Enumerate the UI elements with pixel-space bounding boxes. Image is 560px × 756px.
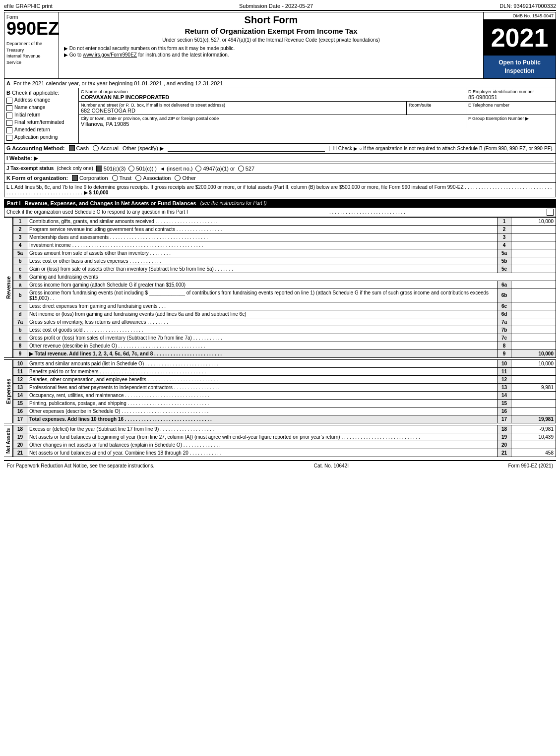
line-num: 11 — [13, 367, 27, 375]
initial-return-checkbox[interactable] — [6, 113, 12, 118]
col-num: 6a — [498, 281, 511, 289]
527-option[interactable]: 527 — [238, 166, 254, 172]
col-value: 10,000 — [511, 217, 556, 225]
cash-radio[interactable] — [69, 145, 75, 151]
col-value — [511, 441, 556, 449]
footer-right: Form 990-EZ (2021) — [508, 463, 553, 468]
omb-number: OMB No. 1545-0047 — [484, 12, 556, 20]
line-num: c — [13, 265, 27, 273]
4947a1-option[interactable]: 4947(a)(1) or — [195, 166, 235, 172]
501c-label: 501(c)( ) — [136, 166, 157, 172]
table-row: 8 Other revenue (describe in Schedule O)… — [13, 342, 556, 349]
expenses-side-label: Expenses — [4, 359, 13, 423]
accrual-radio-item[interactable]: Accrual — [93, 145, 119, 151]
line-num: 15 — [13, 399, 27, 407]
table-row: c Gross profit or (loss) from sales of i… — [13, 334, 556, 342]
dln-number: DLN: 93492147000332 — [499, 3, 556, 9]
4947a1-radio[interactable] — [195, 166, 201, 172]
accrual-label: Accrual — [100, 145, 119, 151]
other-org-radio[interactable] — [175, 175, 181, 181]
table-row: 4 Investment income . . . . . . . . . . … — [13, 241, 556, 249]
page-footer: For Paperwork Reduction Act Notice, see … — [4, 460, 556, 470]
instruction-2: ▶ Go to www.irs.gov/Form990EZ for instru… — [64, 52, 478, 58]
line-desc: Contributions, gifts, grants, and simila… — [27, 217, 498, 225]
association-radio[interactable] — [135, 175, 141, 181]
amended-return-item[interactable]: Amended return — [6, 127, 76, 133]
col-num: 7b — [498, 326, 511, 334]
501c3-checkbox[interactable] — [96, 166, 102, 172]
col-value: 9,981 — [511, 383, 556, 391]
table-row: b Gross income from fundraising events (… — [13, 289, 556, 302]
trust-option[interactable]: Trust — [112, 175, 132, 181]
trust-label: Trust — [120, 175, 132, 181]
phone-label: E Telephone number — [468, 103, 554, 108]
4947a1-label: 4947(a)(1) or — [203, 166, 235, 172]
final-return-checkbox[interactable] — [6, 120, 12, 126]
application-pending-checkbox[interactable] — [6, 135, 12, 141]
address-change-label: Address change — [14, 97, 50, 103]
year-box: 2021 — [484, 20, 556, 56]
name-change-checkbox[interactable] — [6, 105, 12, 111]
line-num: b — [13, 257, 27, 265]
tax-status-label: J Tax-exempt status — [6, 166, 54, 171]
501c3-option[interactable]: 501(c)(3) — [96, 166, 126, 172]
col-num: 8 — [498, 342, 511, 349]
col-num: 21 — [498, 449, 511, 457]
trust-radio[interactable] — [112, 175, 118, 181]
line-num: 7a — [13, 318, 27, 326]
line-num: 1 — [13, 217, 27, 225]
col-value: 10,000 — [511, 349, 556, 357]
application-pending-item[interactable]: Application pending — [6, 134, 76, 141]
table-row: 12 Salaries, other compensation, and emp… — [13, 375, 556, 383]
amended-return-checkbox[interactable] — [6, 127, 12, 133]
527-radio[interactable] — [238, 166, 244, 172]
group-exemption-label: F Group Exemption Number ▶ — [468, 116, 554, 121]
line-num: b — [13, 289, 27, 302]
col-value — [511, 265, 556, 273]
line-desc: Gross profit or (loss) from sales of inv… — [27, 334, 498, 342]
501c-radio[interactable] — [128, 166, 134, 172]
efile-label: efile GRAPHIC print — [4, 3, 53, 9]
association-option[interactable]: Association — [135, 175, 171, 181]
line-desc: Grants and similar amounts paid (list in… — [27, 359, 498, 367]
corporation-checkbox[interactable] — [72, 175, 78, 181]
department-info: Department of the Treasury Internal Reve… — [6, 41, 57, 65]
line-num: a — [13, 281, 27, 289]
table-row: 19 Net assets or fund balances at beginn… — [13, 433, 556, 441]
form-title: Short Form — [64, 14, 478, 26]
col-num: 6d — [498, 310, 511, 318]
line-num: 8 — [13, 342, 27, 349]
final-return-item[interactable]: Final return/terminated — [6, 119, 76, 126]
line-num: 20 — [13, 441, 27, 449]
cash-radio-item[interactable]: Cash — [69, 145, 89, 151]
col-num: 14 — [498, 391, 511, 399]
corporation-option[interactable]: Corporation — [72, 175, 108, 181]
address-change-checkbox[interactable] — [6, 98, 12, 104]
accrual-radio[interactable] — [93, 145, 99, 151]
net-assets-section: Net Assets 18 Excess or (deficit) for th… — [4, 425, 556, 457]
association-label: Association — [143, 175, 171, 181]
col-num: 7a — [498, 318, 511, 326]
other-org-option[interactable]: Other — [175, 175, 196, 181]
other-label: Other (specify) ▶ — [123, 145, 164, 152]
501c-option[interactable]: 501(c)( ) — [128, 166, 157, 172]
col-value — [511, 391, 556, 399]
total-revenue-row: 9 ▶ Total revenue. Add lines 1, 2, 3, 4,… — [13, 349, 556, 357]
form-under-subtitle: Under section 501(c), 527, or 4947(a)(1)… — [64, 37, 478, 43]
name-change-item[interactable]: Name change — [6, 105, 76, 111]
section-b-header: B Check if applicable: — [6, 90, 76, 96]
schedule-o-checkbox[interactable] — [547, 209, 554, 216]
line-desc: Investment income . . . . . . . . . . . … — [27, 241, 498, 249]
table-row: 6 Gaming and fundraising events — [13, 273, 556, 281]
website-value[interactable] — [40, 155, 554, 162]
col-num: 15 — [498, 399, 511, 407]
section-a-label: A — [6, 80, 10, 86]
address-change-item[interactable]: Address change — [6, 97, 76, 104]
line-num: 21 — [13, 449, 27, 457]
table-row: 1 Contributions, gifts, grants, and simi… — [13, 217, 556, 225]
col-value — [511, 342, 556, 349]
initial-return-item[interactable]: Initial return — [6, 112, 76, 118]
initial-return-label: Initial return — [14, 112, 40, 117]
line-desc: Gross sales of inventory, less returns a… — [27, 318, 498, 326]
table-row: 20 Other changes in net assets or fund b… — [13, 441, 556, 449]
